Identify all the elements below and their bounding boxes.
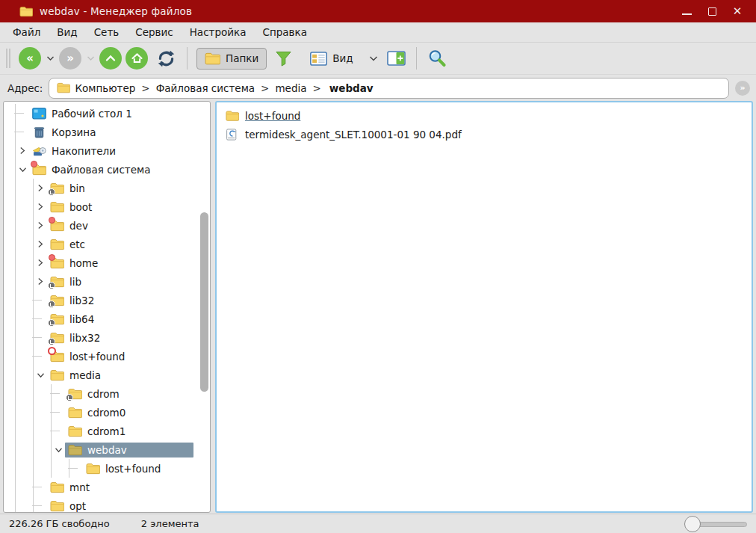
tree-item-накопители[interactable]: Накопители xyxy=(8,141,210,160)
tree-item-lost+found[interactable]: lost+found xyxy=(8,347,210,366)
address-label: Адрес: xyxy=(7,82,43,94)
expander-icon[interactable] xyxy=(34,478,47,496)
tree-item-label: lib32 xyxy=(69,295,94,306)
tree-item-mnt[interactable]: mnt xyxy=(8,478,210,496)
home-button[interactable] xyxy=(126,47,148,70)
expander-icon[interactable] xyxy=(52,403,65,422)
close-button[interactable]: ✕ xyxy=(732,6,743,16)
menu-view[interactable]: Вид xyxy=(49,24,85,40)
expander-icon[interactable] xyxy=(52,440,65,459)
tree-item-etc[interactable]: etc xyxy=(8,235,210,253)
tree-item-label: opt xyxy=(69,500,86,512)
symlink-emblem-icon xyxy=(48,188,55,196)
tree-item-home[interactable]: home xyxy=(8,253,210,272)
view-mode-dropdown[interactable] xyxy=(368,55,379,62)
tree-item-lost+found[interactable]: lost+found xyxy=(8,459,210,478)
tree-item-cdrom[interactable]: cdrom xyxy=(8,384,210,403)
expander-icon[interactable] xyxy=(52,384,65,403)
tree-item-рабочий-стол-1[interactable]: Рабочий стол 1 xyxy=(8,104,210,123)
zoom-slider-knob[interactable] xyxy=(684,516,701,532)
symlink-emblem-icon xyxy=(48,319,55,327)
filter-icon[interactable] xyxy=(273,49,294,69)
titlebar: webdav - Менеджер файлов ✕ xyxy=(0,0,756,22)
expander-icon[interactable] xyxy=(16,104,29,123)
tree-item-label: media xyxy=(69,369,101,381)
toolbar-grip[interactable] xyxy=(6,49,10,68)
expander-icon[interactable] xyxy=(69,459,83,478)
tree-item-bin[interactable]: bin xyxy=(8,179,210,197)
dot-emblem-icon xyxy=(49,217,55,224)
trash-icon xyxy=(32,126,46,138)
forward-button[interactable]: » xyxy=(59,47,81,70)
file-item-pdf[interactable]: termidesk_agent_SLET.10001-01 90 04.pdf xyxy=(221,125,747,144)
tree-item-cdrom1[interactable]: cdrom1 xyxy=(8,422,210,440)
expander-icon[interactable] xyxy=(34,347,47,366)
pdf-icon xyxy=(226,129,239,141)
folder-icon xyxy=(50,220,64,232)
file-list-panel[interactable]: lost+found termidesk_agent_SLET.10001-01… xyxy=(215,101,753,513)
tree-item-корзина[interactable]: Корзина xyxy=(8,123,210,141)
tree-item-dev[interactable]: dev xyxy=(8,216,210,235)
zoom-slider[interactable] xyxy=(684,515,747,533)
tree-item-libx32[interactable]: libx32 xyxy=(8,328,210,347)
menu-service[interactable]: Сервис xyxy=(127,24,181,40)
tree-item-lib64[interactable]: lib64 xyxy=(8,309,210,328)
expander-icon[interactable] xyxy=(34,328,47,347)
desktop-icon xyxy=(32,108,46,120)
sidebar-tree: Рабочий стол 1 Корзина Накопители Файлов… xyxy=(4,102,210,513)
maximize-button[interactable] xyxy=(707,6,717,16)
tree-item-файловая-система[interactable]: Файловая система xyxy=(8,160,210,179)
menu-file[interactable]: Файл xyxy=(4,24,49,40)
up-button[interactable] xyxy=(99,47,122,70)
refresh-icon[interactable] xyxy=(155,47,178,70)
minimize-button[interactable] xyxy=(681,6,692,16)
breadcrumb-media[interactable]: media xyxy=(275,82,306,94)
tree-item-opt[interactable]: opt xyxy=(8,496,210,513)
forward-history-dropdown[interactable] xyxy=(85,55,96,61)
expander-icon[interactable] xyxy=(34,216,47,235)
split-view-icon[interactable] xyxy=(385,49,407,67)
tree-item-boot[interactable]: boot xyxy=(8,197,210,216)
expander-icon[interactable] xyxy=(34,496,47,513)
search-icon[interactable] xyxy=(426,47,448,70)
view-mode-button[interactable]: Вид xyxy=(302,47,361,70)
menu-settings[interactable]: Настройка xyxy=(182,24,255,40)
sidebar-scrollbar[interactable] xyxy=(200,212,208,392)
expander-icon[interactable] xyxy=(16,123,29,141)
folder-icon xyxy=(50,257,64,269)
tree-item-cdrom0[interactable]: cdrom0 xyxy=(8,403,210,422)
symlink-emblem-icon xyxy=(48,301,55,308)
breadcrumb-webdav[interactable]: webdav xyxy=(329,82,374,94)
breadcrumb-computer[interactable]: Компьютер xyxy=(75,82,135,94)
back-history-dropdown[interactable] xyxy=(45,55,55,61)
file-item-lost+found[interactable]: lost+found xyxy=(221,106,747,125)
expander-icon[interactable] xyxy=(34,366,47,384)
menu-network[interactable]: Сеть xyxy=(86,24,128,40)
back-button[interactable]: « xyxy=(19,47,41,70)
go-button[interactable]: » xyxy=(735,81,750,96)
tree-item-lib32[interactable]: lib32 xyxy=(8,291,210,309)
expander-icon[interactable] xyxy=(34,272,47,291)
expander-icon[interactable] xyxy=(34,197,47,216)
folders-toggle-button[interactable]: Папки xyxy=(196,48,267,70)
expander-icon[interactable] xyxy=(16,141,29,160)
expander-icon[interactable] xyxy=(52,422,65,440)
expander-icon[interactable] xyxy=(34,253,47,272)
symlink-emblem-icon xyxy=(48,282,55,289)
expander-icon[interactable] xyxy=(34,291,47,309)
expander-icon[interactable] xyxy=(34,309,47,328)
folders-icon xyxy=(205,52,220,65)
tree-item-label: lost+found xyxy=(69,351,125,363)
menu-help[interactable]: Справка xyxy=(254,24,315,40)
tree-item-lib[interactable]: lib xyxy=(8,272,210,291)
breadcrumb-filesystem[interactable]: Файловая система xyxy=(156,82,255,94)
address-input[interactable]: Компьютер > Файловая система > media > w… xyxy=(49,78,729,99)
tree-item-media[interactable]: media xyxy=(8,366,210,384)
expander-icon[interactable] xyxy=(34,179,47,197)
expander-icon[interactable] xyxy=(16,160,29,179)
expander-icon[interactable] xyxy=(34,235,47,253)
window-controls: ✕ xyxy=(681,6,743,16)
folder-icon xyxy=(50,481,64,493)
tree-guides xyxy=(8,141,16,160)
tree-item-webdav[interactable]: webdav xyxy=(8,440,210,459)
